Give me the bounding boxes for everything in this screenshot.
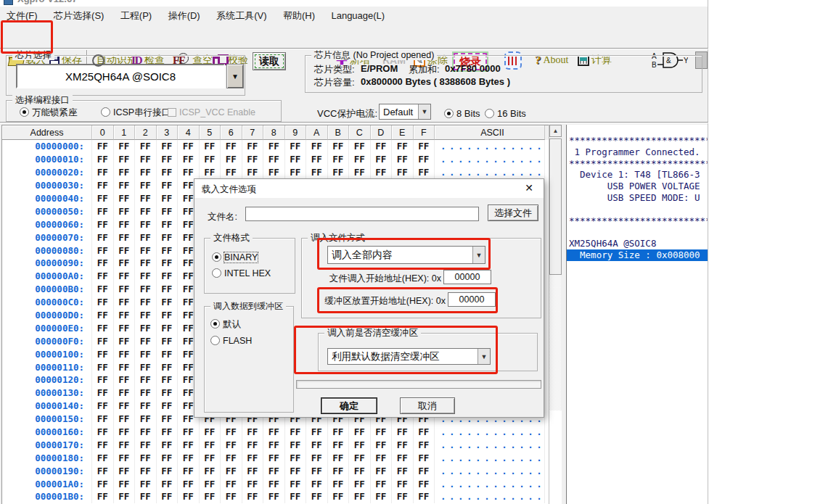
hex-byte-cell[interactable]: FF xyxy=(157,490,179,503)
hex-byte-cell[interactable]: FF xyxy=(135,464,157,477)
hex-byte-cell[interactable]: FF xyxy=(157,426,179,439)
hex-byte-cell[interactable]: FF xyxy=(157,140,179,153)
hex-byte-cell[interactable]: FF xyxy=(371,490,393,503)
bits8-radio[interactable]: 8 Bits xyxy=(444,107,480,120)
hex-byte-cell[interactable]: FF xyxy=(135,270,157,283)
filename-input[interactable] xyxy=(245,207,479,221)
close-icon[interactable]: ✕ xyxy=(522,182,536,195)
hex-byte-cell[interactable]: FF xyxy=(135,490,157,503)
hex-byte-cell[interactable]: FF xyxy=(178,464,200,477)
hex-byte-cell[interactable]: FF xyxy=(92,166,114,179)
hex-byte-cell[interactable]: FF xyxy=(114,153,136,166)
hex-byte-cell[interactable]: FF xyxy=(135,244,157,257)
hex-byte-cell[interactable]: FF xyxy=(114,283,136,296)
hex-byte-cell[interactable]: FF xyxy=(414,490,435,503)
hex-byte-cell[interactable]: FF xyxy=(371,477,393,490)
hex-byte-cell[interactable]: FF xyxy=(157,296,179,309)
hex-byte-cell[interactable]: FF xyxy=(263,464,285,477)
hex-byte-cell[interactable]: FF xyxy=(157,360,179,373)
hex-byte-cell[interactable]: FF xyxy=(135,179,157,192)
menu-file[interactable]: 文件(F) xyxy=(0,7,44,22)
hex-byte-cell[interactable]: FF xyxy=(200,464,221,477)
hex-row[interactable]: 00000000:FFFFFFFFFFFFFFFFFFFFFFFFFFFFFFF… xyxy=(2,140,549,153)
hex-byte-cell[interactable]: FF xyxy=(414,477,435,490)
hex-byte-cell[interactable]: FF xyxy=(92,490,114,503)
bits16-radio[interactable]: 16 Bits xyxy=(485,107,526,120)
hex-byte-cell[interactable]: FF xyxy=(135,477,157,490)
hex-byte-cell[interactable]: FF xyxy=(263,153,285,166)
hex-byte-cell[interactable]: FF xyxy=(114,426,136,439)
hex-byte-cell[interactable]: FF xyxy=(178,438,200,451)
hex-byte-cell[interactable]: FF xyxy=(328,438,350,451)
hex-byte-cell[interactable]: FF xyxy=(114,166,136,179)
hex-byte-cell[interactable]: FF xyxy=(414,464,435,477)
hex-byte-cell[interactable]: FF xyxy=(392,438,414,451)
hex-byte-cell[interactable]: FF xyxy=(114,205,136,218)
hex-byte-cell[interactable]: FF xyxy=(349,451,371,464)
hex-byte-cell[interactable]: FF xyxy=(135,438,157,451)
hex-byte-cell[interactable]: FF xyxy=(92,334,114,347)
hex-byte-cell[interactable]: FF xyxy=(135,231,157,244)
hex-byte-cell[interactable]: FF xyxy=(92,270,114,283)
flash-radio[interactable]: FLASH xyxy=(210,334,252,347)
hex-byte-cell[interactable]: FF xyxy=(135,140,157,153)
hex-byte-cell[interactable]: FF xyxy=(242,464,264,477)
hex-byte-cell[interactable]: FF xyxy=(114,179,136,192)
hex-byte-cell[interactable]: FF xyxy=(263,166,285,179)
hex-byte-cell[interactable]: FF xyxy=(414,438,435,451)
hex-byte-cell[interactable]: FF xyxy=(114,140,136,153)
hex-byte-cell[interactable]: FF xyxy=(285,426,307,439)
hex-byte-cell[interactable]: FF xyxy=(135,451,157,464)
buffer-start-input[interactable]: 00000 xyxy=(448,292,496,307)
binary-radio[interactable]: BINARY xyxy=(212,250,258,263)
hex-byte-cell[interactable]: FF xyxy=(242,166,264,179)
hex-byte-cell[interactable]: FF xyxy=(263,477,285,490)
hex-byte-cell[interactable]: FF xyxy=(306,426,328,439)
hex-byte-cell[interactable]: FF xyxy=(157,400,179,413)
icsp-radio[interactable]: ICSP串行接口 xyxy=(101,105,171,119)
hex-byte-cell[interactable]: FF xyxy=(135,205,157,218)
hex-byte-cell[interactable]: FF xyxy=(221,426,242,439)
hex-byte-cell[interactable]: FF xyxy=(92,373,114,387)
hex-byte-cell[interactable]: FF xyxy=(114,218,136,231)
menu-operation[interactable]: 操作(D) xyxy=(162,7,207,22)
hex-byte-cell[interactable]: FF xyxy=(114,244,136,257)
hex-byte-cell[interactable]: FF xyxy=(392,166,414,179)
hex-byte-cell[interactable]: FF xyxy=(328,140,350,153)
dialog-title-bar[interactable]: 载入文件选项 ✕ xyxy=(194,179,544,198)
hex-byte-cell[interactable]: FF xyxy=(114,451,136,464)
hex-byte-cell[interactable]: FF xyxy=(392,464,414,477)
hex-byte-cell[interactable]: FF xyxy=(135,283,157,296)
hex-byte-cell[interactable]: FF xyxy=(114,309,136,322)
hex-byte-cell[interactable]: FF xyxy=(92,257,114,270)
hex-byte-cell[interactable]: FF xyxy=(135,309,157,322)
socket-radio[interactable]: 万能锁紧座 xyxy=(20,105,78,119)
ok-button[interactable]: 确定 xyxy=(321,397,377,414)
hex-byte-cell[interactable]: FF xyxy=(371,153,393,166)
hex-byte-cell[interactable]: FF xyxy=(178,477,200,490)
hex-byte-cell[interactable]: FF xyxy=(328,490,350,503)
hex-byte-cell[interactable]: FF xyxy=(414,451,435,464)
hex-byte-cell[interactable]: FF xyxy=(92,244,114,257)
hex-byte-cell[interactable]: FF xyxy=(157,464,179,477)
hex-byte-cell[interactable]: FF xyxy=(135,321,157,334)
hex-byte-cell[interactable]: FF xyxy=(371,438,393,451)
hex-byte-cell[interactable]: FF xyxy=(92,231,114,244)
hex-byte-cell[interactable]: FF xyxy=(263,451,285,464)
hex-byte-cell[interactable]: FF xyxy=(92,153,114,166)
hex-byte-cell[interactable]: FF xyxy=(157,387,179,400)
choose-file-button[interactable]: 选择文件 xyxy=(488,205,538,221)
hex-byte-cell[interactable]: FF xyxy=(178,451,200,464)
hex-byte-cell[interactable]: FF xyxy=(157,192,179,205)
hex-byte-cell[interactable]: FF xyxy=(285,140,307,153)
hex-byte-cell[interactable]: FF xyxy=(92,140,114,153)
hex-byte-cell[interactable]: FF xyxy=(114,477,136,490)
hex-byte-cell[interactable]: FF xyxy=(306,438,328,451)
hex-byte-cell[interactable]: FF xyxy=(135,257,157,270)
hex-byte-cell[interactable]: FF xyxy=(135,192,157,205)
hex-row[interactable]: 00000160:FFFFFFFFFFFFFFFFFFFFFFFFFFFFFFF… xyxy=(2,426,549,439)
hex-byte-cell[interactable]: FF xyxy=(92,309,114,322)
hex-byte-cell[interactable]: FF xyxy=(114,231,136,244)
hex-byte-cell[interactable]: FF xyxy=(92,192,114,205)
hex-byte-cell[interactable]: FF xyxy=(371,464,393,477)
